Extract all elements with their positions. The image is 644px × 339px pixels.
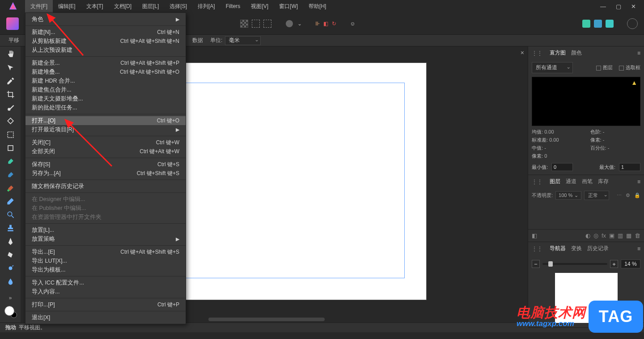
- pen-tool-icon[interactable]: [3, 235, 18, 247]
- marquee-checkbox[interactable]: 选取框: [619, 64, 640, 71]
- zoom-slider[interactable]: [542, 263, 607, 265]
- file-menu-item[interactable]: 打开最近项目[R]▶: [25, 125, 186, 134]
- tab-channels[interactable]: 通道: [566, 178, 576, 185]
- file-menu-item[interactable]: 导出...[E]Ctrl 键+Alt 键+Shift 键+S: [25, 247, 186, 256]
- smudge-tool-icon[interactable]: [3, 249, 18, 261]
- add-layer-icon[interactable]: ▦: [626, 232, 631, 239]
- menu-help[interactable]: 帮助[H]: [303, 0, 331, 13]
- menu-document[interactable]: 文档[D]: [109, 0, 137, 13]
- panel-drag-handle-icon[interactable]: ⋮⋮: [532, 50, 542, 56]
- menu-edit[interactable]: 编辑[E]: [53, 0, 81, 13]
- blend-mode-dropdown[interactable]: 正常: [584, 191, 609, 200]
- panel-menu-icon[interactable]: ≡: [637, 246, 640, 252]
- tab-brushes[interactable]: 画笔: [582, 178, 593, 185]
- crop-tool-icon[interactable]: [3, 88, 18, 100]
- quick-link-2[interactable]: [594, 20, 602, 28]
- ellipsis-icon[interactable]: ⋯: [617, 193, 622, 198]
- file-menu-item[interactable]: 退出[X]: [25, 313, 186, 322]
- zoom-tool-icon[interactable]: [3, 209, 18, 221]
- circle-gradient-icon[interactable]: [285, 19, 294, 28]
- menu-file[interactable]: 文件[F]: [25, 0, 53, 13]
- move-tool-icon[interactable]: [3, 62, 18, 74]
- quick-link-3[interactable]: [606, 20, 614, 28]
- file-menu-item[interactable]: 新建堆叠...Ctrl 键+Alt 键+Shift 键+O: [25, 67, 186, 76]
- unit-dropdown[interactable]: 毫米: [225, 36, 261, 45]
- menu-window[interactable]: 窗口[W]: [274, 0, 303, 13]
- layer-checkbox[interactable]: 图层: [596, 64, 613, 71]
- file-menu-item[interactable]: 新建焦点合并...: [25, 85, 186, 94]
- document-close-button[interactable]: ×: [521, 49, 524, 56]
- persona-photo-icon[interactable]: [6, 17, 19, 30]
- tab-color[interactable]: 颜色: [571, 49, 582, 57]
- lasso-sync-icon[interactable]: ↻: [332, 21, 336, 27]
- zoom-out-button[interactable]: −: [532, 260, 540, 268]
- file-menu-item[interactable]: 从上次预设新建: [25, 46, 186, 54]
- file-menu-item[interactable]: 导出为模板...: [25, 265, 186, 274]
- align-split-icon[interactable]: ◧: [323, 21, 328, 27]
- file-menu-item[interactable]: 关闭[C]Ctrl 键+W: [25, 138, 186, 147]
- panel-drag-handle-icon[interactable]: ⋮⋮: [532, 179, 542, 185]
- erase-tool-icon[interactable]: [3, 195, 18, 207]
- file-menu-item[interactable]: 导入 ICC 配置文件...: [25, 278, 186, 287]
- file-menu-item[interactable]: 随文档保存历史记录: [25, 182, 186, 191]
- file-menu-item[interactable]: 放置[L]...: [25, 226, 186, 234]
- panel-drag-handle-icon[interactable]: ⋮⋮: [532, 246, 542, 252]
- tab-navigator[interactable]: 导航器: [550, 245, 566, 252]
- maximize-button[interactable]: ▢: [616, 3, 621, 10]
- file-menu-item[interactable]: 打印...[P]Ctrl 键+P: [25, 300, 186, 309]
- robot-icon[interactable]: ☺: [350, 21, 355, 27]
- color-well[interactable]: [4, 305, 17, 318]
- quick-link-1[interactable]: [582, 20, 590, 28]
- menu-arrange[interactable]: 排列[A]: [192, 0, 220, 13]
- marquee-tool-icon[interactable]: [3, 129, 18, 141]
- flood-select-tool-icon[interactable]: [3, 115, 18, 127]
- selection-add-icon[interactable]: [252, 20, 260, 28]
- tab-layers[interactable]: 图层: [550, 178, 560, 185]
- hand-tool-icon[interactable]: [3, 48, 18, 60]
- file-menu-item[interactable]: 新建[N]...Ctrl 键+N: [25, 28, 186, 37]
- file-menu-item[interactable]: 角色▶: [25, 15, 186, 24]
- tab-stock[interactable]: 库存: [598, 178, 609, 185]
- file-menu-item[interactable]: 新建天文摄影堆叠...: [25, 94, 186, 103]
- file-menu-item[interactable]: 新建 HDR 合并...: [25, 76, 186, 85]
- file-menu-item[interactable]: 从剪贴板新建Ctrl 键+Alt 键+Shift 键+N: [25, 37, 186, 46]
- selection-mode-icon[interactable]: [240, 20, 248, 28]
- menu-filters[interactable]: Filters: [220, 0, 246, 13]
- panel-menu-icon[interactable]: ≡: [637, 179, 640, 185]
- file-menu-item[interactable]: 新的批处理任务...: [25, 103, 186, 112]
- opacity-input[interactable]: 100 %⌄: [555, 191, 581, 200]
- max-value-input[interactable]: 1: [619, 163, 640, 171]
- file-menu-item[interactable]: 导入内容...: [25, 287, 186, 296]
- crop-mask-icon[interactable]: ▣: [609, 232, 614, 239]
- lock-icon[interactable]: 🔒: [634, 193, 640, 198]
- fx-icon[interactable]: fx: [602, 232, 606, 239]
- file-menu-item[interactable]: 打开...[O]Ctrl 键+O: [25, 116, 186, 125]
- close-button[interactable]: ✕: [631, 3, 636, 10]
- panel-menu-icon[interactable]: ≡: [637, 50, 640, 56]
- file-menu-item[interactable]: 另存为...[A]Ctrl 键+Shift 键+S: [25, 169, 186, 178]
- menu-select[interactable]: 选择[S]: [164, 0, 192, 13]
- align-left-icon[interactable]: ⊪: [315, 21, 320, 27]
- channel-dropdown[interactable]: 所有通道: [532, 62, 573, 73]
- dodge-tool-icon[interactable]: [3, 262, 18, 274]
- tab-transform[interactable]: 变换: [571, 245, 582, 252]
- stamp-tool-icon[interactable]: [3, 222, 18, 234]
- file-menu-item[interactable]: 新建全景...Ctrl 键+Alt 键+Shift 键+P: [25, 59, 186, 67]
- zoom-in-button[interactable]: +: [610, 260, 618, 268]
- folder-icon[interactable]: ▥: [618, 232, 623, 239]
- expand-tools-icon[interactable]: »: [3, 292, 18, 304]
- menu-view[interactable]: 视图[V]: [246, 0, 274, 13]
- file-menu-item[interactable]: 导出 LUT[X]...: [25, 256, 186, 265]
- paint-mixer-tool-icon[interactable]: [3, 169, 18, 181]
- menu-text[interactable]: 文本[T]: [81, 0, 109, 13]
- selection-subtract-icon[interactable]: [263, 20, 271, 28]
- mask-icon[interactable]: ◧: [532, 232, 537, 239]
- shape-tool-icon[interactable]: [3, 142, 18, 154]
- color-replace-tool-icon[interactable]: [3, 182, 18, 194]
- file-menu-item[interactable]: 保存[S]Ctrl 键+S: [25, 160, 186, 169]
- color-picker-tool-icon[interactable]: [3, 75, 18, 87]
- foreground-color-icon[interactable]: [4, 306, 14, 316]
- paint-brush-tool-icon[interactable]: [3, 155, 18, 167]
- file-menu-item[interactable]: 放置策略▶: [25, 234, 186, 243]
- adjustment-icon[interactable]: ◐: [585, 232, 590, 239]
